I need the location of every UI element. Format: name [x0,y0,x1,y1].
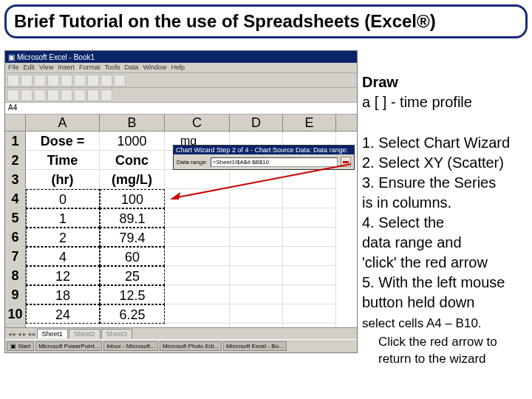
cell-a8[interactable]: 12 [26,266,100,285]
cell-a7[interactable]: 4 [26,247,100,266]
tb-chart-wizard-icon[interactable] [114,75,126,86]
menu-data[interactable]: Data [124,64,138,72]
cell-b3[interactable]: (mg/L) [100,170,165,189]
cell-c7[interactable] [165,247,230,266]
menu-file[interactable]: File [8,64,19,72]
cell-d6[interactable] [230,228,283,247]
cell-e4[interactable] [283,189,336,208]
task-item[interactable]: Microsoft PowerPoint... [35,341,102,351]
col-head-c[interactable]: C [165,115,230,131]
row-head[interactable]: 10 [5,304,26,324]
tb-open-icon[interactable] [21,75,33,86]
cell-e6[interactable] [283,228,336,247]
cell-a4[interactable]: 0 [26,189,100,208]
cell-d4[interactable] [230,189,283,208]
cell-a1[interactable]: Dose = [26,132,100,151]
cell-c10[interactable] [165,304,230,324]
tb-new-icon[interactable] [7,75,19,86]
row-head[interactable]: 6 [5,228,26,247]
start-button[interactable]: ▣ Start [7,341,34,351]
cell-d3[interactable] [230,170,283,189]
task-item[interactable]: Microsoft Excel - Bo... [223,341,287,351]
col-head-b[interactable]: B [100,115,165,131]
excel-menubar[interactable]: File Edit View Insert Format Tools Data … [5,63,357,73]
cell-b8[interactable]: 25 [100,266,165,285]
task-item[interactable]: Microsoft Photo Edi... [160,341,222,351]
row-head[interactable]: 8 [5,266,26,285]
sheet-tab-1[interactable]: Sheet1 [37,329,69,338]
wizard-range-input[interactable]: =Sheet1!$A$4:$B$10 [211,157,338,167]
cell-e7[interactable] [283,247,336,266]
formula-bar[interactable]: A4 [5,103,357,115]
task-item[interactable]: Inbox - Microsoft... [103,341,158,351]
cell-d9[interactable] [230,285,283,304]
tb-undo-icon[interactable] [100,75,112,86]
select-all-corner[interactable] [5,115,26,131]
menu-help[interactable]: Help [171,64,185,72]
cell-c6[interactable] [165,228,230,247]
cell-d8[interactable] [230,266,283,285]
tb-italic-icon[interactable] [21,89,33,101]
cell-a9[interactable]: 18 [26,285,100,304]
row-head[interactable]: 2 [5,151,26,170]
row-head[interactable]: 9 [5,285,26,304]
cell-c8[interactable] [165,266,230,285]
tb-font-color-icon[interactable] [100,89,112,101]
cell-b9[interactable]: 12.5 [100,285,165,304]
col-head-d[interactable]: D [230,115,283,131]
cell-c3[interactable] [165,170,230,189]
sheet-tab-3[interactable]: Sheet3 [101,329,133,338]
tb-print-icon[interactable] [47,75,59,86]
tb-align-right-icon[interactable] [74,89,86,101]
col-head-e[interactable]: E [283,115,336,131]
sheet-tab-2[interactable]: Sheet2 [69,329,100,338]
cell-b5[interactable]: 89.1 [100,208,165,228]
cell-e9[interactable] [283,285,336,304]
cell-b10[interactable]: 6.25 [100,304,165,324]
cell-b6[interactable]: 79.4 [100,228,165,247]
cell-a6[interactable]: 2 [26,228,100,247]
menu-window[interactable]: Window [143,64,166,72]
cell-c9[interactable] [165,285,230,304]
name-box[interactable]: A4 [8,103,17,113]
cell-c4[interactable] [165,189,230,208]
cell-b2[interactable]: Conc [100,151,165,170]
menu-view[interactable]: View [39,64,53,72]
tb-align-center-icon[interactable] [61,89,72,101]
cell-e10[interactable] [283,304,336,324]
cell-a2[interactable]: Time [26,151,100,170]
cell-b1[interactable]: 1000 [100,132,165,151]
cell-d5[interactable] [230,208,283,228]
cell-b4[interactable]: 100 [100,189,165,208]
cell-c5[interactable] [165,208,230,228]
row-head[interactable]: 7 [5,247,26,266]
tb-align-left-icon[interactable] [47,89,59,101]
tb-fill-color-icon[interactable] [87,89,99,101]
cell-d7[interactable] [230,247,283,266]
row-head[interactable]: 1 [5,132,26,151]
cell-a3[interactable]: (hr) [26,170,100,189]
cell-a10[interactable]: 24 [26,304,100,324]
cell-e5[interactable] [283,208,336,228]
row-head[interactable]: 3 [5,170,26,189]
cell-e3[interactable] [283,170,336,189]
tb-underline-icon[interactable] [34,89,46,101]
tb-copy-icon[interactable] [74,75,86,86]
row-head[interactable]: 4 [5,189,26,208]
cell-d10[interactable] [230,304,283,324]
tb-bold-icon[interactable] [7,89,19,101]
menu-tools[interactable]: Tools [104,64,120,72]
col-head-a[interactable]: A [26,115,100,131]
row-head[interactable]: 5 [5,208,26,228]
cell-a5[interactable]: 1 [26,208,100,228]
menu-format[interactable]: Format [79,64,100,72]
tb-save-icon[interactable] [34,75,46,86]
menu-insert[interactable]: Insert [58,64,75,72]
cell-e8[interactable] [283,266,336,285]
menu-edit[interactable]: Edit [24,64,35,72]
tb-cut-icon[interactable] [61,75,72,86]
chart-wizard-dialog[interactable]: Chart Wizard Step 2 of 4 - Chart Source … [173,145,355,170]
cell-b7[interactable]: 60 [100,247,165,266]
collapse-dialog-button[interactable] [341,157,351,167]
tb-paste-icon[interactable] [87,75,99,86]
